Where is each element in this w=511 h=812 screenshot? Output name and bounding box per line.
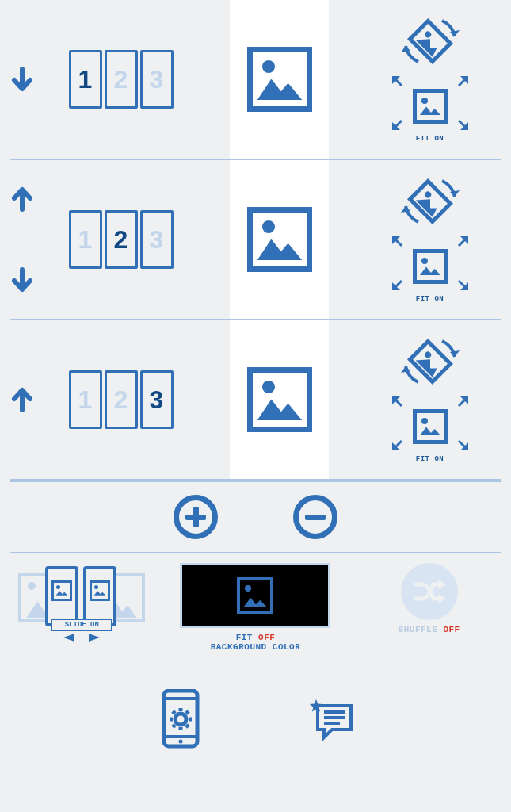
fit-toggle[interactable]: FIT ON bbox=[391, 395, 470, 463]
slide-card-2[interactable]: 2 bbox=[105, 50, 138, 109]
fit-thumb-icon bbox=[413, 249, 448, 284]
slide-card-1[interactable]: 1 bbox=[69, 210, 102, 269]
move-down-button[interactable] bbox=[11, 267, 33, 293]
expand-tr-icon bbox=[454, 235, 470, 251]
rotate-button[interactable] bbox=[399, 176, 461, 227]
expand-br-icon bbox=[454, 116, 470, 132]
image-preview[interactable] bbox=[198, 320, 360, 479]
fit-screen-icon bbox=[180, 563, 330, 628]
shuffle-icon bbox=[401, 563, 458, 620]
svg-marker-24 bbox=[419, 266, 440, 275]
slide-card-1[interactable]: 1 bbox=[69, 370, 102, 429]
svg-marker-42 bbox=[89, 634, 100, 642]
fit-toggle[interactable]: FIT ON bbox=[391, 235, 470, 303]
image-preview[interactable] bbox=[198, 0, 360, 159]
image-icon bbox=[247, 207, 312, 272]
fit-thumb-icon bbox=[413, 409, 448, 444]
svg-marker-41 bbox=[63, 634, 74, 642]
slide-option[interactable]: SLIDE ON bbox=[9, 563, 155, 649]
svg-marker-45 bbox=[438, 594, 446, 603]
rotate-button[interactable] bbox=[399, 336, 461, 387]
slide-card-2[interactable]: 2 bbox=[105, 210, 138, 269]
move-down-button[interactable] bbox=[11, 67, 33, 92]
fit-thumb-icon bbox=[413, 89, 448, 124]
minus-icon bbox=[305, 515, 326, 520]
slide-card-3[interactable]: 3 bbox=[140, 370, 174, 429]
svg-marker-39 bbox=[56, 591, 68, 595]
move-up-button[interactable] bbox=[11, 186, 33, 212]
review-button[interactable] bbox=[308, 699, 356, 741]
svg-marker-26 bbox=[257, 399, 301, 419]
image-preview[interactable] bbox=[198, 160, 360, 319]
add-button[interactable] bbox=[174, 495, 218, 539]
rotate-button[interactable] bbox=[399, 16, 461, 67]
image-controls: FIT ON bbox=[360, 16, 499, 143]
slide-card-3[interactable]: 3 bbox=[140, 210, 174, 269]
shuffle-option[interactable]: SHUFFLE OFF bbox=[356, 563, 502, 634]
svg-point-50 bbox=[175, 714, 186, 725]
expand-bl-icon bbox=[391, 276, 406, 292]
svg-point-49 bbox=[178, 740, 182, 744]
svg-marker-14 bbox=[257, 239, 301, 259]
slide-card-1[interactable]: 1 bbox=[69, 50, 102, 109]
bottom-row bbox=[0, 680, 511, 760]
slide-label: SLIDE ON bbox=[51, 619, 112, 631]
svg-line-56 bbox=[186, 711, 189, 714]
expand-tl-icon bbox=[391, 235, 406, 251]
slide-cards: 123 bbox=[44, 210, 198, 269]
svg-marker-1 bbox=[257, 79, 301, 99]
expand-tr-icon bbox=[454, 395, 470, 411]
svg-marker-36 bbox=[419, 427, 440, 435]
fit-label: FIT ON bbox=[391, 455, 470, 463]
reorder-arrows bbox=[0, 67, 44, 92]
slide-cards: 123 bbox=[44, 50, 198, 109]
plus-icon-v bbox=[193, 507, 199, 527]
svg-marker-44 bbox=[438, 580, 446, 589]
svg-line-55 bbox=[173, 711, 175, 714]
image-row-1: 123 FIT ON bbox=[0, 0, 511, 159]
svg-line-57 bbox=[173, 725, 175, 727]
slide-card-2[interactable]: 2 bbox=[105, 370, 138, 429]
svg-point-28 bbox=[423, 350, 432, 359]
slide-demo-icon: SLIDE ON bbox=[18, 563, 145, 649]
expand-tr-icon bbox=[454, 75, 470, 90]
fit-label: FIT ON bbox=[391, 295, 470, 303]
image-icon bbox=[247, 367, 312, 432]
device-settings-button[interactable] bbox=[156, 689, 205, 751]
svg-marker-40 bbox=[94, 591, 106, 595]
options-row: SLIDE ON FIT OFF BACKGROUND COLOR bbox=[0, 553, 511, 680]
reorder-arrows bbox=[0, 186, 44, 293]
slide-cards: 123 bbox=[44, 370, 198, 429]
expand-bl-icon bbox=[391, 436, 406, 452]
svg-marker-43 bbox=[243, 598, 267, 607]
remove-button[interactable] bbox=[293, 495, 337, 539]
reorder-arrows bbox=[0, 387, 44, 412]
shuffle-label: SHUFFLE OFF bbox=[399, 625, 460, 634]
expand-bl-icon bbox=[391, 116, 406, 132]
image-icon bbox=[247, 47, 312, 112]
svg-point-16 bbox=[423, 190, 432, 199]
slide-card-3[interactable]: 3 bbox=[140, 50, 174, 109]
image-row-2: 123 FIT ON bbox=[0, 160, 511, 319]
fit-toggle[interactable]: FIT ON bbox=[391, 75, 470, 143]
slide-phone-right-icon bbox=[83, 566, 116, 626]
svg-marker-11 bbox=[419, 106, 440, 115]
svg-line-58 bbox=[186, 725, 189, 727]
expand-tl-icon bbox=[391, 395, 406, 411]
expand-tl-icon bbox=[391, 75, 406, 90]
move-up-button[interactable] bbox=[11, 387, 33, 412]
svg-point-3 bbox=[423, 30, 432, 39]
expand-br-icon bbox=[454, 276, 470, 292]
add-remove-row bbox=[0, 482, 511, 552]
fit-off-label: FIT OFF BACKGROUND COLOR bbox=[211, 633, 301, 652]
image-row-3: 123 FIT ON bbox=[0, 320, 511, 479]
slide-phone-left-icon bbox=[45, 566, 78, 626]
slide-arrows-icon bbox=[62, 633, 101, 642]
expand-br-icon bbox=[454, 436, 470, 452]
image-controls: FIT ON bbox=[360, 176, 499, 303]
fit-label: FIT ON bbox=[391, 135, 470, 143]
fit-background-option[interactable]: FIT OFF BACKGROUND COLOR bbox=[172, 563, 338, 652]
image-controls: FIT ON bbox=[360, 336, 499, 463]
